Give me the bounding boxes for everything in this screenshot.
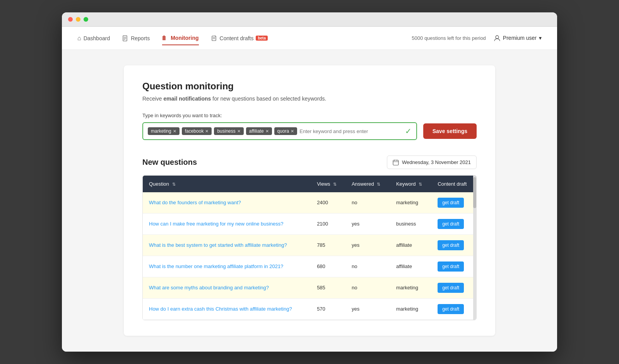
premium-user-label: Premium user (503, 35, 537, 41)
nav-dashboard[interactable]: ⌂ Dashboard (77, 32, 110, 45)
get-draft-button[interactable]: get draft (438, 304, 464, 314)
tag-facebook-remove[interactable]: ✕ (205, 129, 209, 134)
nav-dashboard-label: Dashboard (84, 35, 110, 41)
page-container: Question monitoring Receive email notifi… (124, 65, 495, 336)
question-link[interactable]: What is the best system to get started w… (149, 242, 287, 248)
cell-question: What is the best system to get started w… (143, 234, 311, 256)
check-icon: ✓ (405, 126, 412, 136)
get-draft-button[interactable]: get draft (438, 283, 464, 293)
maximize-button[interactable] (84, 17, 88, 22)
tag-affiliate[interactable]: affiliate ✕ (246, 127, 272, 135)
keywords-label: Type in keywords you want to track: (142, 113, 477, 118)
question-link[interactable]: How can I make free marketing for my new… (149, 221, 284, 227)
question-link[interactable]: What do the founders of marketing want? (149, 200, 241, 205)
keywords-box[interactable]: marketing ✕ facebook ✕ business ✕ affili… (142, 122, 417, 140)
minimize-button[interactable] (76, 17, 80, 22)
cell-answered: yes (345, 234, 390, 256)
cell-answered: no (345, 256, 390, 277)
tag-business-text: business (217, 128, 235, 134)
col-question: Question ⇅ (143, 176, 311, 192)
desc-prefix: Receive (142, 96, 163, 102)
nav-content-drafts[interactable]: Content drafts beta (211, 32, 268, 45)
cell-question: What is the number one marketing affilia… (143, 256, 311, 277)
tag-marketing-remove[interactable]: ✕ (173, 129, 176, 134)
cell-views: 785 (311, 234, 345, 256)
table-row: What is the number one marketing affilia… (143, 256, 476, 277)
desc-bold: email notifications (163, 96, 211, 102)
nav-monitoring-label: Monitoring (171, 35, 198, 41)
cell-draft: get draft (431, 213, 476, 234)
save-settings-button[interactable]: Save settings (423, 123, 477, 139)
cell-views: 570 (311, 298, 345, 320)
tag-facebook[interactable]: facebook ✕ (182, 127, 212, 135)
col-answered: Answered ⇅ (345, 176, 390, 192)
navbar: ⌂ Dashboard Reports (62, 27, 557, 50)
reports-icon (122, 35, 128, 42)
nav-monitoring[interactable]: Monitoring (162, 31, 198, 45)
beta-badge: beta (256, 36, 268, 41)
get-draft-button[interactable]: get draft (438, 240, 464, 250)
table-row: What is the best system to get started w… (143, 234, 476, 256)
close-button[interactable] (68, 17, 73, 22)
cell-keyword: marketing (390, 277, 431, 298)
col-views: Views ⇅ (311, 176, 345, 192)
tag-quora[interactable]: quora ✕ (274, 127, 298, 135)
user-icon (494, 34, 501, 41)
date-value: Wednesday, 3 November 2021 (402, 159, 471, 165)
get-draft-button[interactable]: get draft (438, 261, 464, 272)
cell-question: How do I earn extra cash this Christmas … (143, 298, 311, 320)
app-window: ⌂ Dashboard Reports (62, 12, 557, 352)
question-link[interactable]: What is the number one marketing affilia… (149, 263, 283, 269)
keywords-input-row: marketing ✕ facebook ✕ business ✕ affili… (142, 122, 477, 140)
table-row: How can I make free marketing for my new… (143, 213, 476, 234)
date-picker[interactable]: Wednesday, 3 November 2021 (387, 156, 477, 169)
table-row: What are some myths about branding and m… (143, 277, 476, 298)
cell-draft: get draft (431, 277, 476, 298)
cell-views: 2100 (311, 213, 345, 234)
questions-left: 5000 questions left for this period (412, 35, 486, 41)
table-header-row: Question ⇅ Views ⇅ Answered ⇅ (143, 176, 476, 192)
question-link[interactable]: How do I earn extra cash this Christmas … (149, 306, 292, 312)
cell-question: What are some myths about branding and m… (143, 277, 311, 298)
table-row: What do the founders of marketing want? … (143, 192, 476, 214)
tag-business[interactable]: business ✕ (214, 127, 243, 135)
col-keyword: Keyword ⇅ (390, 176, 431, 192)
sort-answered-icon[interactable]: ⇅ (377, 182, 380, 187)
sort-question-icon[interactable]: ⇅ (172, 182, 176, 187)
nav-reports[interactable]: Reports (122, 32, 150, 45)
cell-keyword: affiliate (390, 234, 431, 256)
cell-keyword: affiliate (390, 256, 431, 277)
cell-answered: yes (345, 213, 390, 234)
cell-views: 2400 (311, 192, 345, 214)
nav-right: 5000 questions left for this period Prem… (412, 34, 542, 41)
page-description: Receive email notifications for new ques… (142, 96, 477, 102)
cell-keyword: marketing (390, 192, 431, 214)
question-link[interactable]: What are some myths about branding and m… (149, 285, 269, 291)
cell-answered: no (345, 277, 390, 298)
scrollbar[interactable] (473, 176, 476, 320)
table-row: How do I earn extra cash this Christmas … (143, 298, 476, 320)
get-draft-button[interactable]: get draft (438, 219, 464, 229)
tag-affiliate-remove[interactable]: ✕ (265, 129, 269, 134)
cell-draft: get draft (431, 192, 476, 214)
cell-draft: get draft (431, 234, 476, 256)
desc-suffix: for new questions based on selected keyw… (211, 96, 326, 102)
scrollbar-thumb[interactable] (473, 177, 476, 208)
tag-business-remove[interactable]: ✕ (237, 129, 241, 134)
sort-keyword-icon[interactable]: ⇅ (419, 182, 422, 187)
tag-marketing[interactable]: marketing ✕ (148, 127, 180, 135)
premium-user-menu[interactable]: Premium user ▾ (494, 34, 542, 41)
tag-quora-remove[interactable]: ✕ (291, 129, 294, 134)
get-draft-button[interactable]: get draft (438, 198, 464, 208)
keyword-input[interactable] (299, 128, 402, 134)
page-title: Question monitoring (142, 81, 477, 92)
nav-reports-label: Reports (131, 35, 150, 41)
svg-rect-11 (393, 160, 398, 165)
section-header: New questions Wednesday, 3 November 2021 (142, 156, 477, 169)
cell-keyword: marketing (390, 298, 431, 320)
tag-facebook-text: facebook (185, 128, 204, 134)
monitoring-icon (162, 34, 168, 41)
sort-views-icon[interactable]: ⇅ (333, 182, 337, 187)
nav-links: ⌂ Dashboard Reports (77, 31, 412, 45)
chevron-down-icon: ▾ (539, 35, 542, 41)
